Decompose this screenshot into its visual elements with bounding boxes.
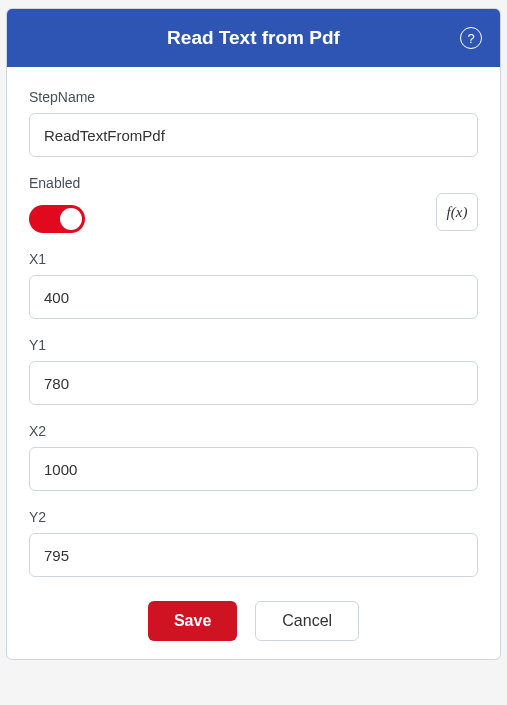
y1-input[interactable] — [29, 361, 478, 405]
stepname-input[interactable] — [29, 113, 478, 157]
field-enabled: Enabled — [29, 175, 85, 233]
field-y1: Y1 — [29, 337, 478, 405]
field-x1: X1 — [29, 251, 478, 319]
save-button[interactable]: Save — [148, 601, 237, 641]
fx-button[interactable]: f(x) — [436, 193, 478, 231]
toggle-knob — [60, 208, 82, 230]
field-stepname: StepName — [29, 89, 478, 157]
field-y2: Y2 — [29, 509, 478, 577]
stepname-label: StepName — [29, 89, 478, 105]
x1-input[interactable] — [29, 275, 478, 319]
card-body: StepName Enabled f(x) X1 Y1 X2 — [7, 67, 500, 659]
field-enabled-row: Enabled f(x) — [29, 175, 478, 233]
y2-label: Y2 — [29, 509, 478, 525]
card-header: Read Text from Pdf ? — [7, 9, 500, 67]
cancel-button[interactable]: Cancel — [255, 601, 359, 641]
x2-label: X2 — [29, 423, 478, 439]
header-title: Read Text from Pdf — [167, 27, 340, 49]
step-config-card: Read Text from Pdf ? StepName Enabled f(… — [6, 8, 501, 660]
enabled-label: Enabled — [29, 175, 85, 191]
y1-label: Y1 — [29, 337, 478, 353]
footer-buttons: Save Cancel — [29, 595, 478, 641]
y2-input[interactable] — [29, 533, 478, 577]
fx-label: f(x) — [447, 204, 468, 221]
x1-label: X1 — [29, 251, 478, 267]
help-icon-glyph: ? — [467, 31, 474, 46]
x2-input[interactable] — [29, 447, 478, 491]
enabled-toggle[interactable] — [29, 205, 85, 233]
field-x2: X2 — [29, 423, 478, 491]
help-icon[interactable]: ? — [460, 27, 482, 49]
